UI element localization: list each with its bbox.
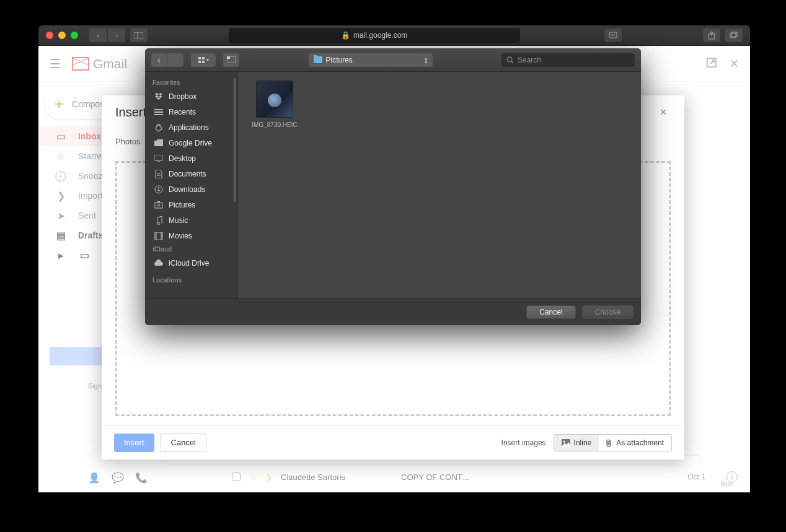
address-bar[interactable]: 🔒 mail.google.com: [229, 28, 520, 43]
file-item[interactable]: IMG_8730.HEIC: [247, 81, 302, 128]
sidebar-iclouddrive[interactable]: iCloud Drive: [145, 255, 237, 271]
svg-rect-4: [731, 32, 737, 37]
lock-icon: 🔒: [341, 31, 350, 40]
zoom-window-button[interactable]: [71, 32, 78, 39]
file-open-dialog: ‹ › ▾ Pictures ▴▾ Search Favorites Dropb…: [145, 48, 641, 325]
finder-toolbar: ‹ › ▾ Pictures ▴▾ Search: [145, 48, 641, 72]
svg-rect-14: [227, 56, 230, 59]
group-button[interactable]: [223, 53, 239, 67]
nav-back-button[interactable]: ‹: [89, 28, 107, 42]
tabs-button[interactable]: [725, 28, 743, 42]
sidebar-music[interactable]: Music: [145, 212, 237, 228]
finder-footer: Cancel Choose: [145, 298, 641, 325]
svg-point-8: [563, 440, 565, 442]
folder-location-dropdown[interactable]: Pictures ▴▾: [309, 53, 433, 67]
pictures-icon: [154, 200, 164, 210]
close-window-button[interactable]: [46, 32, 53, 39]
image-icon: [562, 439, 570, 447]
folder-icon: [314, 56, 322, 63]
paperclip-icon: [606, 438, 612, 447]
attachment-mode-button[interactable]: As attachment: [599, 435, 671, 451]
svg-rect-27: [157, 201, 160, 203]
sidebar-downloads[interactable]: Downloads: [145, 181, 237, 197]
close-dialog-button[interactable]: ×: [656, 105, 671, 120]
finder-back-button[interactable]: ‹: [151, 53, 167, 67]
svg-rect-17: [154, 109, 163, 110]
url-host: mail.google.com: [353, 31, 407, 40]
search-placeholder: Search: [518, 56, 541, 64]
share-button[interactable]: [703, 28, 720, 42]
dropbox-icon: [154, 92, 164, 102]
svg-rect-19: [154, 114, 163, 115]
svg-rect-5: [730, 33, 736, 38]
svg-point-26: [157, 204, 160, 206]
svg-line-16: [511, 61, 513, 63]
folder-icon: [154, 138, 164, 148]
window-controls: [46, 32, 78, 39]
sidebar-dropbox[interactable]: Dropbox: [145, 89, 237, 104]
cancel-insert-button[interactable]: Cancel: [161, 434, 206, 452]
sidebar-pictures[interactable]: Pictures: [145, 197, 237, 212]
reader-pocket-button[interactable]: [604, 28, 622, 42]
view-mode-button[interactable]: ▾: [191, 53, 216, 67]
insert-images-label: Insert images: [501, 438, 546, 447]
desktop-icon: [154, 154, 164, 164]
sidebar-movies[interactable]: Movies: [145, 228, 237, 243]
insert-button[interactable]: Insert: [114, 434, 154, 452]
svg-rect-11: [198, 61, 201, 63]
svg-rect-25: [155, 203, 162, 208]
safari-toolbar: ‹ › 🔒 mail.google.com: [38, 25, 750, 46]
sidebar-documents[interactable]: Documents: [145, 166, 237, 181]
svg-rect-10: [202, 57, 205, 59]
applications-icon: [154, 123, 164, 133]
cloud-icon: [154, 258, 164, 268]
icloud-header: iCloud: [145, 243, 237, 255]
tab-photos[interactable]: Photos: [115, 129, 140, 154]
movies-icon: [154, 231, 164, 241]
finder-choose-button[interactable]: Choose: [582, 305, 634, 319]
dropdown-arrows-icon: ▴▾: [425, 56, 428, 64]
finder-cancel-button[interactable]: Cancel: [526, 305, 575, 319]
finder-forward-button[interactable]: ›: [167, 53, 183, 67]
inline-mode-button[interactable]: Inline: [554, 435, 599, 451]
sidebar-recents[interactable]: Recents: [145, 104, 237, 120]
finder-sidebar[interactable]: Favorites Dropbox Recents Applications G…: [145, 72, 238, 298]
sidebar-googledrive[interactable]: Google Drive: [145, 135, 237, 150]
minimize-window-button[interactable]: [58, 32, 66, 39]
finder-search-input[interactable]: Search: [501, 53, 635, 67]
sidebar-desktop[interactable]: Desktop: [145, 150, 237, 166]
svg-point-15: [507, 57, 512, 62]
documents-icon: [154, 169, 164, 179]
folder-name-label: Pictures: [326, 56, 353, 64]
file-thumbnail: [256, 81, 293, 118]
favorites-header: Favorites: [145, 77, 237, 89]
search-icon: [506, 56, 514, 64]
svg-rect-18: [154, 111, 163, 113]
svg-rect-2: [609, 32, 617, 38]
svg-rect-9: [198, 57, 201, 59]
locations-header: Locations: [145, 274, 237, 286]
nav-forward-button[interactable]: ›: [108, 28, 125, 42]
sidebar-applications[interactable]: Applications: [145, 120, 237, 135]
file-grid[interactable]: IMG_8730.HEIC: [238, 72, 641, 298]
downloads-icon: [154, 185, 164, 194]
insert-dialog-title: Insert: [115, 105, 146, 120]
recents-icon: [154, 107, 164, 117]
insert-mode-toggle: Inline As attachment: [554, 434, 672, 451]
svg-rect-20: [154, 155, 163, 160]
file-name-label: IMG_8730.HEIC: [252, 121, 297, 128]
svg-rect-0: [135, 32, 143, 39]
music-icon: [154, 216, 164, 225]
svg-rect-12: [202, 61, 205, 63]
sidebar-toggle-button[interactable]: [130, 28, 148, 42]
